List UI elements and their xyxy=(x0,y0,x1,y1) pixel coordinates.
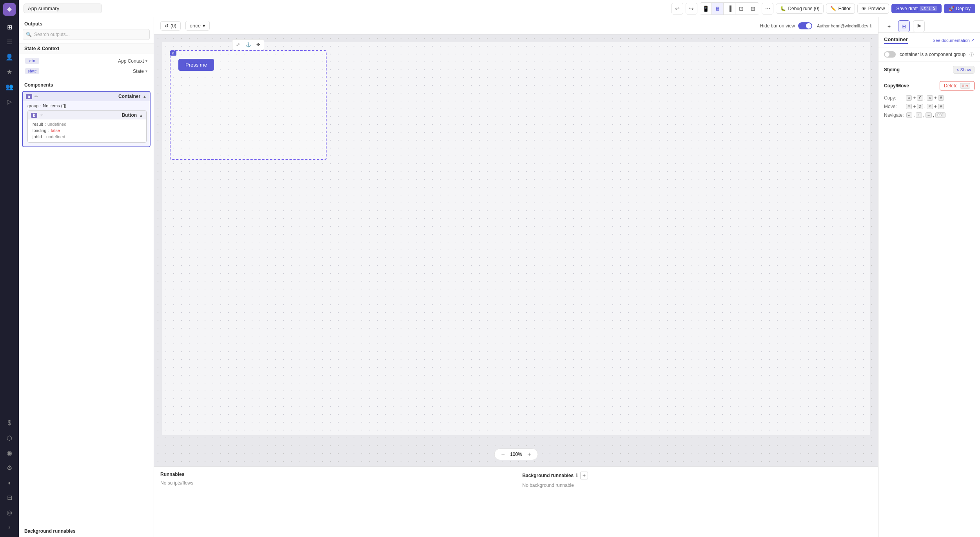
container-collapse-icon[interactable]: ▲ xyxy=(143,94,147,99)
delete-button[interactable]: Delete ⌘+⌫ xyxy=(940,81,975,90)
see-documentation-link[interactable]: See documentation ↗ xyxy=(933,38,975,43)
more-button[interactable]: ⋯ xyxy=(762,3,773,14)
nav-dollar[interactable]: $ xyxy=(3,416,16,430)
nav-globe[interactable]: ◎ xyxy=(3,506,16,519)
nav-settings[interactable]: ⚙ xyxy=(3,461,16,474)
show-styling-button[interactable]: < Show xyxy=(953,66,975,74)
move-row: Move: ⌘ + X , ⌘ + V xyxy=(884,102,975,111)
widget-move-button[interactable]: ✥ xyxy=(254,40,263,49)
state-context-header: State & Context xyxy=(19,43,154,54)
copy-keys: ⌘ + C , ⌘ + V xyxy=(906,95,944,101)
hide-bar-toggle[interactable] xyxy=(798,22,812,29)
nav-home[interactable]: ⊞ xyxy=(3,20,16,34)
search-box: 🔍 xyxy=(23,29,150,40)
debug-icon: 🐛 xyxy=(780,6,786,11)
device-desktop-button[interactable]: 🖥 xyxy=(712,3,724,14)
nav-eye[interactable]: ◉ xyxy=(3,446,16,459)
external-link-icon: ↗ xyxy=(971,38,975,43)
canvas-content[interactable]: ⤢ ⚓ ✥ Press me − 100% + xyxy=(154,34,878,466)
navigate-label: Navigate: xyxy=(884,112,904,118)
nav-puzzle[interactable]: ⬧ xyxy=(3,476,16,489)
nav-apps[interactable]: ☰ xyxy=(3,35,16,49)
nav-chevron-right[interactable]: › xyxy=(3,521,16,534)
container-id-badge: a xyxy=(26,94,32,99)
button-component: b ☞ Button ▲ result : undefined xyxy=(27,110,147,143)
zoom-out-button[interactable]: − xyxy=(499,450,507,458)
widget-expand-button[interactable]: ⤢ xyxy=(233,40,243,49)
nav-group[interactable]: ⬡ xyxy=(3,431,16,445)
group-info-icon[interactable]: ⓘ xyxy=(969,52,974,58)
container-edit-icon[interactable]: ✏ xyxy=(34,94,38,99)
components-section: a ✏ Container ▲ group : No items ([]) xyxy=(19,89,154,525)
press-me-button[interactable]: Press me xyxy=(178,59,214,71)
nav-arrow-right[interactable]: ▷ xyxy=(3,95,16,108)
component-group-toggle[interactable] xyxy=(884,51,896,58)
group-prop-key: group xyxy=(27,103,38,108)
editor-button[interactable]: ✏️ Editor xyxy=(826,4,855,14)
move-label: Move: xyxy=(884,104,904,109)
undo-button[interactable]: ↩ xyxy=(671,3,683,14)
right-panel-tabs: + ⊞ ⚑ xyxy=(878,17,980,33)
add-component-tab[interactable]: + xyxy=(883,20,895,32)
button-component-header[interactable]: b ☞ Button ▲ xyxy=(28,111,146,119)
move-v-key: V xyxy=(938,104,944,109)
author-section: Author henri@windmill.dev ℹ xyxy=(817,23,872,29)
button-collapse-icon[interactable]: ▲ xyxy=(139,113,143,118)
save-kbd: Ctrl S xyxy=(920,6,937,11)
nav-star[interactable]: ★ xyxy=(3,65,16,78)
nav-people[interactable]: 👥 xyxy=(3,80,16,93)
group-colon: : xyxy=(40,103,41,108)
state-badge: state xyxy=(25,68,39,74)
device-mobile-button[interactable]: 📱 xyxy=(700,3,712,14)
once-dropdown[interactable]: once ▾ xyxy=(185,21,210,31)
ctx-label: App Context xyxy=(43,58,144,64)
search-icon: 🔍 xyxy=(26,32,32,37)
bg-add-button[interactable]: + xyxy=(580,472,588,479)
no-scripts-label: No scripts/flows xyxy=(160,480,510,486)
result-prop-row: result : undefined xyxy=(33,121,143,127)
copy-cmd-key: ⌘ xyxy=(906,95,912,101)
nav-logo[interactable] xyxy=(3,3,16,16)
debug-runs-button[interactable]: 🐛 Debug runs (0) xyxy=(776,4,824,14)
save-draft-button[interactable]: Save draft Ctrl S xyxy=(891,4,942,13)
redo-button[interactable]: ↪ xyxy=(686,3,697,14)
ctx-arrow-icon: ▾ xyxy=(145,59,147,63)
refresh-button[interactable]: ↺ (0) xyxy=(160,21,181,31)
right-panel: + ⊞ ⚑ Container See documentation ↗ cont… xyxy=(878,17,980,537)
nav-right-key: → xyxy=(926,112,931,118)
jobid-prop-row: jobId : undefined xyxy=(33,134,143,140)
copy-v-key: V xyxy=(938,95,944,101)
button-props: result : undefined loading : false xyxy=(28,119,146,142)
jobid-colon: : xyxy=(44,134,45,139)
preview-button[interactable]: 👁 Preview xyxy=(857,4,889,14)
runnables-title: Runnables xyxy=(160,472,510,477)
loading-colon: : xyxy=(48,128,49,133)
device-split-button[interactable]: ⊡ xyxy=(735,3,747,14)
container-widget[interactable]: ⤢ ⚓ ✥ Press me xyxy=(170,50,327,160)
context-tab[interactable]: ⚑ xyxy=(913,20,925,32)
zoom-in-button[interactable]: + xyxy=(525,450,533,458)
widget-anchor-button[interactable]: ⚓ xyxy=(243,40,253,49)
nav-users[interactable]: 👤 xyxy=(3,50,16,63)
panel-title: Container xyxy=(884,36,908,44)
device-bar-button[interactable]: ▐ xyxy=(724,3,735,14)
outputs-header: Outputs xyxy=(19,17,154,29)
zoom-level: 100% xyxy=(510,452,522,457)
toggle-knob xyxy=(806,23,811,29)
device-grid-button[interactable]: ⊞ xyxy=(747,3,759,14)
nav-esc-key: ESC xyxy=(935,112,946,118)
container-component-header[interactable]: a ✏ Container ▲ xyxy=(23,92,150,101)
group-prop-row: group : No items ([]) xyxy=(27,103,147,109)
left-nav: ⊞ ☰ 👤 ★ 👥 ▷ $ ⬡ ◉ ⚙ ⬧ ⊟ ◎ › xyxy=(0,0,19,537)
bg-info-icon[interactable]: ℹ xyxy=(576,473,578,478)
search-outputs-input[interactable] xyxy=(23,29,150,40)
deploy-button[interactable]: 🚀 Deploy xyxy=(944,4,975,13)
copy-move-section: Copy/Move Delete ⌘+⌫ Copy: ⌘ + C , ⌘ + xyxy=(878,77,980,123)
nav-layers[interactable]: ⊟ xyxy=(3,491,16,504)
result-colon: : xyxy=(45,122,46,127)
author-info-icon[interactable]: ℹ xyxy=(870,23,872,29)
state-row: state State ▾ xyxy=(23,67,150,76)
bg-runnables-panel: Background runnables ℹ + No background r… xyxy=(516,467,878,537)
properties-tab[interactable]: ⊞ xyxy=(898,20,910,32)
app-name-input[interactable] xyxy=(24,4,102,13)
